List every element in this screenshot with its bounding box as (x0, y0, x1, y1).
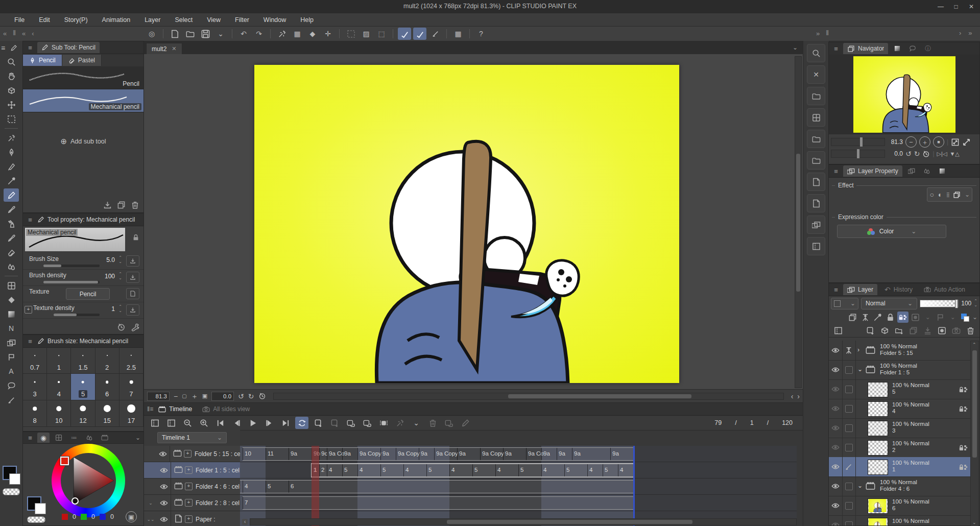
swap-icon[interactable] (442, 417, 456, 429)
track-label-row[interactable]: ⌄ + Folder 2 : 8 : cel (144, 495, 240, 511)
layer-col2-icon[interactable] (842, 438, 856, 457)
animation-cel[interactable]: 4 (587, 464, 605, 476)
magnifier-panel-icon[interactable] (807, 44, 825, 62)
opacity-slider[interactable] (920, 300, 959, 307)
snap-to-special-ruler-icon[interactable] (413, 28, 426, 40)
delete-sub-tool-icon[interactable] (131, 201, 139, 209)
new-raster-layer-icon[interactable] (864, 325, 876, 336)
animation-cel[interactable]: 9a (419, 448, 436, 460)
brush-size-3[interactable]: 3 (23, 374, 47, 400)
track-chevron[interactable]: ⌄ (144, 500, 157, 506)
menu-edit[interactable]: Edit (32, 16, 57, 23)
create-layer-mask-icon[interactable] (936, 325, 948, 336)
layer-thumbnail[interactable] (868, 460, 888, 475)
layer-eye-icon[interactable] (829, 341, 843, 360)
document-tab-mult2[interactable]: mult2 ✕ (146, 43, 182, 55)
delete-layer-icon[interactable] (964, 325, 976, 336)
navigator-zoom-slider[interactable] (831, 138, 885, 146)
playhead-band[interactable] (312, 446, 319, 526)
layer-thumbnail[interactable] (868, 382, 888, 397)
layer-row-folder-4-6[interactable]: ⌄ 100 % NormalFolder 4 : 6 (829, 476, 971, 496)
animation-cel[interactable]: 5 (518, 464, 543, 476)
reference-layer-icon[interactable] (860, 312, 871, 323)
color-mixer-button[interactable]: ▣ (126, 511, 137, 522)
brush-size-5[interactable]: 5 (71, 374, 95, 400)
menu-animation[interactable]: Animation (95, 16, 138, 23)
track-label-row[interactable]: ⌄⌄ + Paper : (144, 511, 240, 526)
animation-cel[interactable]: 5 (426, 464, 451, 476)
rotate-left-icon[interactable]: ↺ (238, 393, 244, 400)
layer-eye-icon[interactable] (829, 360, 843, 379)
layer-col2-icon[interactable] (842, 496, 856, 515)
animation-cel[interactable]: 5 (564, 464, 589, 476)
brush-size-12[interactable]: 12 (71, 400, 95, 427)
scroll-left-icon[interactable]: ‹ (791, 393, 794, 400)
new-vector-layer-icon[interactable] (878, 325, 891, 336)
apply-mask-icon[interactable] (950, 325, 962, 336)
grip-icon[interactable]: ⦀ (13, 29, 17, 37)
hand-tool[interactable] (4, 69, 19, 83)
brush-density-spinner[interactable]: ⌃⌄ (118, 272, 122, 280)
color-set-tab-icon[interactable] (53, 433, 65, 443)
release-cels-icon[interactable] (361, 417, 374, 429)
layer-thumbnail[interactable] (868, 518, 888, 525)
curve-tool[interactable]: N (4, 322, 19, 335)
track-expand-icon[interactable]: + (184, 450, 192, 458)
track-row[interactable]: 7 (240, 495, 797, 511)
layer-list-scrollbar[interactable]: ⌃ ⌄ (970, 341, 979, 526)
skip-to-end-icon[interactable] (279, 417, 292, 429)
layer-row-folder-1-5[interactable]: ⌄ 100 % NormalFolder 1 : 5 (829, 360, 971, 380)
track-eye-icon[interactable] (157, 462, 171, 478)
subtool-tab-pastel[interactable]: Pastel (62, 55, 102, 66)
information-tab-icon[interactable]: ⓘ (922, 43, 934, 54)
balloon-tool[interactable] (4, 379, 19, 392)
effect-tone-icon[interactable]: ◐ (938, 191, 942, 198)
timeline-scroll-left-icon[interactable]: ‹ (242, 519, 248, 525)
layer-scroll-down-icon[interactable]: ⌄ (972, 520, 976, 525)
layer-eye-icon[interactable] (829, 476, 843, 496)
new-file-icon[interactable] (168, 28, 181, 40)
layer-menu-icon[interactable]: ≡ (832, 286, 840, 294)
selection-2-icon[interactable]: ▨ (360, 28, 373, 40)
correct-line-tool[interactable] (4, 393, 19, 407)
material-frame-icon[interactable] (807, 237, 825, 255)
panel-layout-icon[interactable] (148, 417, 161, 429)
zoom-out-button[interactable]: − (174, 393, 178, 400)
collapse-left-icon[interactable]: « (3, 30, 8, 37)
layer-col2-icon[interactable] (842, 515, 856, 525)
prev-frame-icon[interactable] (230, 417, 243, 429)
color-wheel-tab-icon[interactable]: ◉ (37, 433, 50, 443)
texture-density-dynamics-button[interactable] (126, 304, 139, 316)
timeline-horizontal-scrollbar[interactable] (250, 518, 797, 525)
canvas-artwork[interactable] (254, 65, 679, 383)
skip-to-start-icon[interactable] (213, 417, 227, 429)
edit-timeline-icon[interactable] (459, 417, 472, 429)
track-expand-icon[interactable]: + (185, 466, 193, 474)
texture-select-button[interactable]: Pencil (66, 288, 110, 300)
layer-eye-icon[interactable] (829, 399, 843, 418)
approx-color-tab-icon[interactable] (83, 433, 95, 443)
nav-zoom-out-icon[interactable]: − (905, 136, 917, 148)
lock-transparent-pixels-icon[interactable] (897, 312, 909, 323)
auto-select-tool[interactable] (4, 131, 19, 145)
subtool-item-mechanical-pencil[interactable]: Mechanical pencil (23, 89, 144, 112)
layer-thumbnail[interactable] (868, 401, 888, 417)
brushsize-menu-icon[interactable]: ≡ (26, 338, 34, 345)
animation-cel[interactable]: 11 (266, 448, 291, 460)
track-label-row[interactable]: + Folder 5 : 15 : cel (144, 446, 240, 462)
merge-to-lower-icon[interactable] (921, 325, 934, 336)
texture-extra-button[interactable] (126, 288, 139, 299)
zoom-out-icon[interactable] (181, 417, 194, 429)
subtool-item-pencil[interactable]: Pencil (23, 66, 144, 89)
panel-layout-add-icon[interactable] (164, 417, 178, 429)
item-bank-tab-icon[interactable] (906, 43, 919, 54)
zoom-value-box[interactable]: 81.3 (147, 392, 170, 401)
save-file-icon[interactable] (199, 28, 212, 40)
frame-border-tool[interactable] (4, 336, 19, 349)
nav-flip-horizontal-icon[interactable]: ▷|◁ (937, 151, 947, 157)
brush-size-0.7[interactable]: 0.7 (23, 347, 47, 374)
zoom-in-button[interactable]: ＋ (191, 393, 198, 400)
animation-cel[interactable]: 6 (289, 481, 635, 493)
zoom-in-icon[interactable] (197, 417, 210, 429)
timeline-menu-icon[interactable]: ⦀≡ (147, 405, 153, 413)
